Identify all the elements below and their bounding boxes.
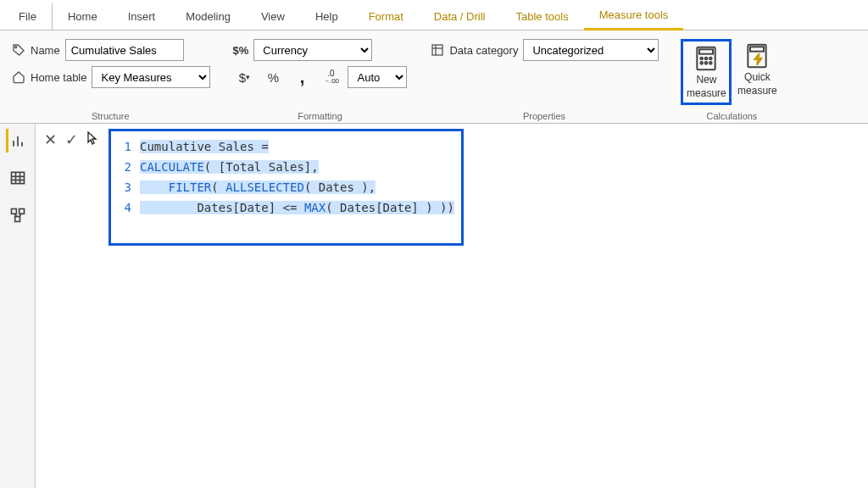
ribbon: Name Home table Key Measures Structure	[0, 30, 868, 124]
cursor-icon	[86, 130, 100, 146]
tab-insert[interactable]: Insert	[113, 3, 171, 30]
svg-rect-5	[699, 49, 713, 53]
svg-point-9	[701, 62, 704, 64]
tab-format[interactable]: Format	[353, 3, 419, 30]
tab-table-tools[interactable]: Table tools	[500, 3, 583, 30]
measure-name-input[interactable]	[65, 39, 184, 61]
data-category-label: Data category	[449, 44, 518, 57]
category-icon	[429, 42, 446, 58]
canvas: ✕ ✓ 1Cumulative Sales = 2CALCULATE( [Tot…	[36, 124, 868, 488]
new-measure-l1: New	[696, 74, 716, 86]
quick-measure-l2: measure	[737, 85, 777, 97]
quick-measure-l1: Quick	[744, 71, 771, 83]
svg-rect-23	[19, 209, 24, 214]
home-table-label: Home table	[31, 71, 86, 84]
model-icon	[9, 207, 26, 224]
tag-icon	[10, 42, 27, 58]
view-rail	[0, 124, 36, 488]
new-measure-button[interactable]: New measure	[681, 39, 732, 105]
svg-point-0	[15, 47, 17, 48]
home-table-label-row: Home table	[10, 69, 86, 86]
dax-editor[interactable]: 1Cumulative Sales = 2CALCULATE( [Total S…	[108, 129, 464, 246]
formula-bar: ✕ ✓ 1Cumulative Sales = 2CALCULATE( [Tot…	[36, 124, 868, 251]
decimal-decrease-button[interactable]: .0→.00	[319, 66, 342, 88]
quick-measure-button[interactable]: Quick measure	[732, 39, 782, 105]
tab-measure-tools[interactable]: Measure tools	[584, 2, 684, 30]
data-view-button[interactable]	[6, 166, 30, 190]
svg-rect-17	[11, 172, 24, 183]
svg-rect-24	[14, 217, 19, 222]
ribbon-tabstrip: File Home Insert Modeling View Help Form…	[0, 0, 868, 30]
ribbon-group-properties: Data category Uncategorized Properties	[429, 39, 659, 123]
tab-view[interactable]: View	[246, 3, 300, 30]
comma-button[interactable]: ,	[290, 66, 314, 88]
svg-point-8	[709, 58, 712, 60]
discard-formula-button[interactable]: ✕	[44, 130, 57, 149]
model-view-button[interactable]	[6, 203, 30, 227]
group-label-formatting: Formatting	[298, 111, 342, 123]
name-label: Name	[31, 44, 60, 57]
percent-button[interactable]: %	[261, 66, 285, 88]
data-category-select[interactable]: Uncategorized	[523, 39, 659, 61]
new-measure-l2: measure	[687, 87, 726, 99]
table-icon	[9, 169, 26, 186]
svg-rect-1	[432, 45, 442, 55]
group-label-properties: Properties	[523, 111, 565, 123]
svg-point-6	[701, 58, 704, 60]
currency-button[interactable]: $▾	[232, 66, 256, 88]
group-label-structure: Structure	[92, 111, 130, 123]
decimals-select[interactable]: Auto	[348, 66, 407, 88]
svg-rect-22	[11, 209, 16, 214]
ribbon-group-calculations: New measure Quick measure Calculations	[681, 39, 782, 123]
home-table-select[interactable]: Key Measures	[92, 66, 210, 88]
main-area: ✕ ✓ 1Cumulative Sales = 2CALCULATE( [Tot…	[0, 124, 868, 488]
home-icon	[10, 69, 27, 86]
tab-help[interactable]: Help	[300, 3, 353, 30]
tab-data-drill[interactable]: Data / Drill	[419, 3, 501, 30]
ribbon-group-structure: Name Home table Key Measures Structure	[10, 39, 210, 123]
svg-point-7	[705, 58, 708, 60]
group-label-calculations: Calculations	[706, 111, 757, 123]
name-label-row: Name	[10, 42, 60, 58]
svg-point-10	[705, 62, 708, 64]
ribbon-group-formatting: $% Currency $▾ % , .0→.00 Auto Formattin…	[232, 39, 407, 123]
svg-rect-13	[750, 47, 764, 51]
calculator-lightning-icon	[743, 42, 771, 69]
format-icon: $%	[232, 44, 248, 57]
tab-modeling[interactable]: Modeling	[170, 3, 246, 30]
format-select[interactable]: Currency	[253, 39, 372, 61]
bar-chart-icon	[9, 132, 26, 149]
tab-file[interactable]: File	[3, 3, 53, 30]
commit-formula-button[interactable]: ✓	[65, 130, 78, 149]
tab-home[interactable]: Home	[53, 3, 113, 30]
data-category-row: Data category	[429, 42, 518, 58]
calculator-icon	[693, 45, 720, 72]
report-view-button[interactable]	[6, 129, 30, 152]
svg-point-11	[709, 62, 712, 64]
